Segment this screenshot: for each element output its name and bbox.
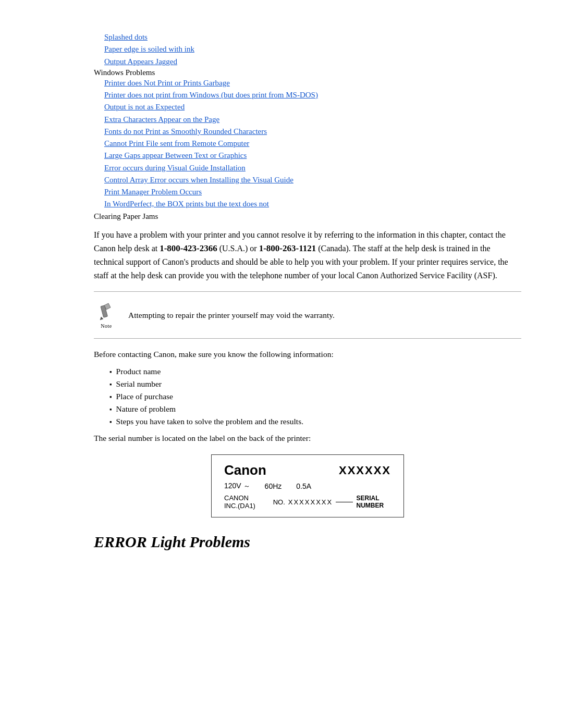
bullet-steps-taken: Steps you have taken to solve the proble… [109, 415, 521, 428]
note-text: Attempting to repair the printer yoursel… [128, 309, 335, 322]
before-contacting-intro: Before contacting Canon, make sure you k… [94, 348, 521, 361]
windows-links: Printer does Not Print or Prints Garbage… [94, 77, 521, 211]
canon-label-row2: 120V ～ 60Hz 0.5A [224, 482, 391, 491]
link-splashed-dots[interactable]: Splashed dots [104, 31, 521, 43]
link-extra-characters[interactable]: Extra Characters Appear on the Page [104, 114, 521, 126]
serial-number-tag: SERIAL NUMBER [356, 495, 391, 509]
note-pencil-icon [96, 301, 117, 322]
note-section: Note Attempting to repair the printer yo… [94, 301, 521, 329]
canon-voltage: 120V ～ [224, 482, 250, 491]
canon-brand: Canon [224, 462, 266, 478]
link-wordperfect-box[interactable]: In WordPerfect, the BOX prints but the t… [104, 198, 521, 210]
link-paper-edge[interactable]: Paper edge is soiled with ink [104, 43, 521, 55]
phone2-number: 1-800-263-1121 [259, 243, 316, 253]
link-error-visual-guide[interactable]: Error occurs during Visual Guide Install… [104, 162, 521, 174]
canon-label-row1: Canon XXXXXX [224, 462, 391, 478]
bullet-nature-of-problem: Nature of problem [109, 403, 521, 415]
serial-arrow-line [336, 502, 353, 502]
bottom-divider [94, 338, 521, 339]
link-output-jagged[interactable]: Output Appears Jagged [104, 56, 521, 68]
canon-model: XXXXXX [339, 464, 391, 477]
body-phone1-suffix: (U.S.A.) or [219, 244, 257, 253]
canon-label-box: Canon XXXXXX 120V ～ 60Hz 0.5A CANON INC.… [211, 454, 404, 517]
canon-company: CANON INC.(DA1) [224, 494, 263, 510]
note-label-text: Note [101, 323, 112, 329]
canon-label-row3: CANON INC.(DA1) NO. XXXXXXXX SERIAL NUMB… [224, 494, 391, 510]
link-printer-not-from-windows[interactable]: Printer does not print from Windows (but… [104, 89, 521, 101]
serial-number-location-text: The serial number is located on the labe… [94, 432, 521, 445]
canon-current: 0.5A [296, 482, 311, 490]
info-bullet-list: Product name Serial number Place of purc… [109, 365, 521, 428]
canon-serial-no-value: XXXXXXXX [288, 498, 333, 506]
clearing-paper-jams-link: Clearing Paper Jams [94, 212, 158, 220]
canon-serial-no-label: NO. [273, 498, 285, 506]
link-print-manager[interactable]: Print Manager Problem Occurs [104, 186, 521, 198]
link-cannot-print-remote[interactable]: Cannot Print File sent from Remote Compu… [104, 138, 521, 150]
bullet-place-of-purchase: Place of purchase [109, 390, 521, 403]
windows-problems-group: Windows Problems Printer does Not Print … [94, 68, 521, 211]
bullet-serial-number: Serial number [109, 378, 521, 390]
links-section: Splashed dots Paper edge is soiled with … [94, 31, 521, 221]
bullet-product-name: Product name [109, 365, 521, 378]
link-fonts-not-smooth[interactable]: Fonts do not Print as Smoothly Rounded C… [104, 126, 521, 138]
link-control-array-error[interactable]: Control Array Error occurs when Installi… [104, 174, 521, 186]
link-printer-no-print[interactable]: Printer does Not Print or Prints Garbage [104, 77, 521, 89]
phone1: 1-800-423-2366 [160, 243, 217, 253]
windows-problems-header: Windows Problems [94, 68, 155, 77]
note-icon-container: Note [94, 301, 119, 329]
canon-frequency: 60Hz [265, 482, 282, 490]
link-output-not-expected[interactable]: Output is not as Expected [104, 101, 521, 113]
top-divider [94, 291, 521, 292]
body-paragraph: If you have a problem with your printer … [94, 228, 521, 282]
error-light-problems-heading: ERROR Light Problems [94, 533, 521, 551]
top-links: Splashed dots Paper edge is soiled with … [94, 31, 521, 68]
link-large-gaps[interactable]: Large Gaps appear Between Text or Graphi… [104, 150, 521, 162]
